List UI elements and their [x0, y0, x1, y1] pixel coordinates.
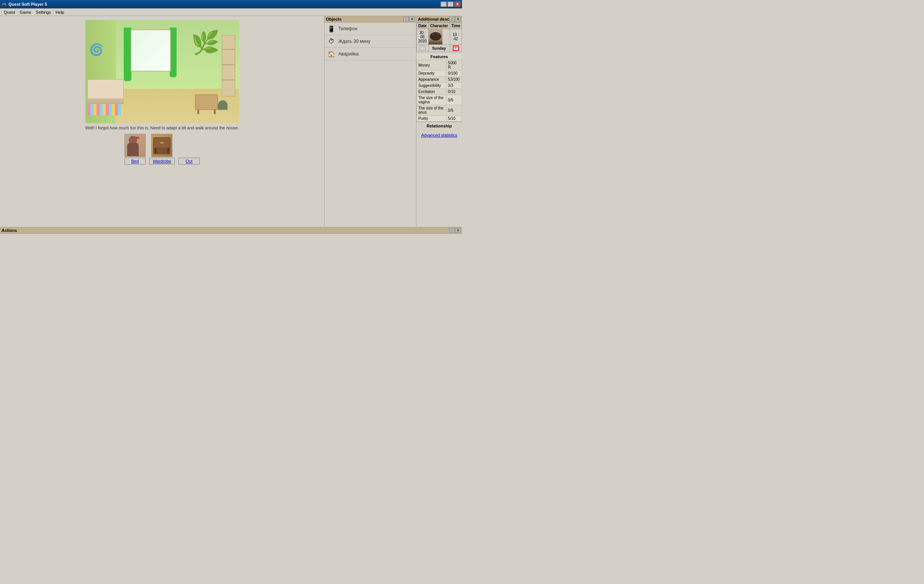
date-value: 30 :082020 [417, 29, 429, 45]
out-spacer [185, 149, 193, 157]
feature-label-3: Suggestibility [417, 83, 446, 89]
additional-titlebar: Additional desc □ ✕ [416, 16, 462, 23]
bed-button[interactable]: Bed [124, 158, 145, 165]
feature-row-4: Excitation0/10 [417, 89, 462, 95]
actions-panel: Actions □ ✕ [0, 227, 462, 292]
minimize-button[interactable]: — [441, 2, 447, 7]
feature-value-2: 53/100 [446, 77, 462, 83]
date-header: Date [417, 23, 429, 29]
object-item-0[interactable]: 📱Телефон [325, 23, 416, 35]
character-photo-cell [428, 29, 450, 45]
character-header: Character [428, 23, 450, 29]
menu-help[interactable]: Help [53, 9, 67, 15]
actions-minimize-btn[interactable]: □ [449, 228, 455, 233]
titlebar-controls: — □ ✕ [441, 2, 460, 7]
time-header: Time [450, 23, 462, 29]
feature-row-7: Purity5/10 [417, 115, 462, 122]
titlebar-left: 🎮 Quest Soft Player 5 [2, 2, 47, 7]
menu-game[interactable]: Game [17, 9, 33, 15]
objects-close-btn[interactable]: ✕ [409, 17, 414, 21]
objects-list: 📱Телефон⏱Ждать 30 мину🏠Аварийка [325, 23, 416, 61]
calendar-icon-cell: 📋 [417, 45, 429, 52]
feature-row-0: Money5000 R. [417, 60, 462, 71]
game-area: 🌿 🌀 Well! I forgot how much [0, 16, 324, 227]
object-icon-0: 📱 [327, 24, 336, 33]
object-label-1: Ждать 30 мину [338, 39, 370, 44]
day-value: Sunday [428, 45, 450, 52]
feature-value-7: 5/10 [446, 115, 462, 122]
close-button[interactable]: ✕ [454, 2, 460, 7]
scene-description: Well! I forgot how much fun this is. Nee… [0, 123, 324, 132]
actions-content [0, 234, 462, 291]
menu-settings[interactable]: Settings [33, 9, 53, 15]
choice-wardrobe: Wardrobe [149, 134, 175, 165]
actions-title: Actions [2, 228, 17, 233]
feature-label-0: Money [417, 60, 446, 71]
calendar-red-cell: 📅 [450, 45, 462, 52]
feature-value-3: 3/3 [446, 83, 462, 89]
feature-label-1: Depravity [417, 71, 446, 77]
object-icon-1: ⏱ [327, 37, 336, 46]
restore-button[interactable]: □ [447, 2, 454, 7]
features-section: Features Money5000 R.Depravity0/100Appea… [416, 54, 462, 122]
feature-row-5: The size of the vagina0/5 [417, 95, 462, 105]
feature-row-2: Appearance53/100 [417, 77, 462, 83]
character-photo[interactable] [429, 29, 442, 44]
choice-out: Out [178, 149, 200, 165]
time-value: 10 :42 [450, 29, 462, 45]
game-scene: 🌿 🌀 [86, 20, 239, 123]
actions-titlebar: Actions □ ✕ [0, 227, 462, 234]
object-label-0: Телефон [338, 26, 357, 31]
objects-panel-controls: □ ✕ [403, 17, 414, 21]
features-table: Money5000 R.Depravity0/100Appearance53/1… [416, 60, 462, 122]
feature-label-5: The size of the vagina [417, 95, 446, 105]
actions-close-btn[interactable]: ✕ [455, 228, 460, 233]
feature-label-7: Purity [417, 115, 446, 122]
feature-row-1: Depravity0/100 [417, 71, 462, 77]
feature-value-6: 0/5 [446, 105, 462, 115]
date-char-time-table: Date Character Time 30 :082020 [416, 23, 462, 52]
titlebar: 🎮 Quest Soft Player 5 — □ ✕ [0, 0, 462, 8]
object-item-2[interactable]: 🏠Аварийка [325, 48, 416, 61]
app-title: Quest Soft Player 5 [8, 2, 47, 7]
relationship-title: Relationship [426, 123, 452, 128]
features-title: Features [416, 54, 462, 60]
menubar: Quest Game Settings Help [0, 8, 462, 16]
relationship-section: Relationship [416, 122, 462, 130]
object-label-2: Аварийка [338, 51, 358, 57]
additional-close-btn[interactable]: ✕ [455, 17, 460, 21]
wardrobe-button[interactable]: Wardrobe [149, 158, 175, 165]
feature-label-4: Excitation [417, 89, 446, 95]
feature-value-5: 0/5 [446, 95, 462, 105]
additional-panel-controls: □ ✕ [449, 17, 460, 21]
feature-value-0: 5000 R. [446, 60, 462, 71]
object-icon-2: 🏠 [327, 49, 336, 59]
object-item-1[interactable]: ⏱Ждать 30 мину [325, 35, 416, 48]
additional-panel: Additional desc □ ✕ Date Character Time … [416, 16, 462, 227]
out-button[interactable]: Out [178, 158, 200, 165]
main-container: 🌿 🌀 Well! I forgot how much [0, 16, 462, 227]
objects-panel: Objects □ ✕ 📱Телефон⏱Ждать 30 мину🏠Авари… [324, 16, 416, 227]
feature-label-6: The size of the anus [417, 105, 446, 115]
choices-container: ⇔ Bed Wardrobe Out [0, 134, 324, 165]
feature-label-2: Appearance [417, 77, 446, 83]
app-icon: 🎮 [2, 2, 7, 7]
actions-panel-controls: □ ✕ [449, 228, 460, 233]
feature-value-1: 0/100 [446, 71, 462, 77]
feature-row-6: The size of the anus0/5 [417, 105, 462, 115]
objects-title: Objects [326, 17, 342, 21]
objects-minimize-btn[interactable]: □ [403, 17, 409, 21]
bed-image[interactable]: ⇔ [124, 134, 145, 157]
menu-quest[interactable]: Quest [2, 9, 17, 15]
advanced-statistics-link[interactable]: Advanced statistics [416, 131, 462, 139]
objects-titlebar: Objects □ ✕ [325, 16, 416, 23]
wardrobe-image[interactable] [151, 134, 172, 157]
additional-minimize-btn[interactable]: □ [449, 17, 455, 21]
additional-title: Additional desc [418, 17, 449, 21]
feature-row-3: Suggestibility3/3 [417, 83, 462, 89]
choice-bed: ⇔ Bed [124, 134, 145, 165]
feature-value-4: 0/10 [446, 89, 462, 95]
